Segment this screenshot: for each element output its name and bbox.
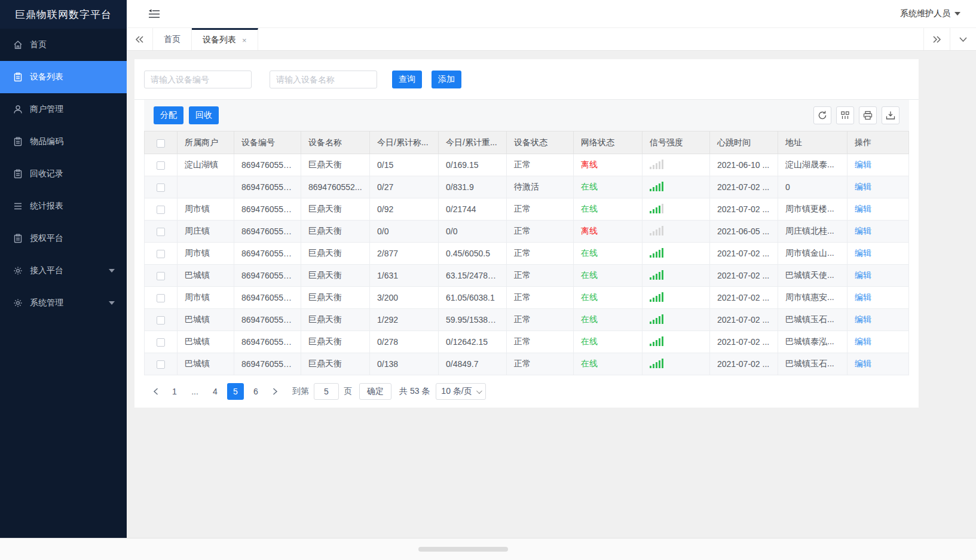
- row-select-cell: [145, 287, 178, 309]
- add-button[interactable]: 添加: [432, 71, 461, 88]
- row-checkbox[interactable]: [157, 294, 165, 302]
- cell-merchant: 巴城镇: [178, 265, 234, 287]
- user-icon: [13, 105, 23, 115]
- horizontal-scrollbar[interactable]: [0, 538, 976, 560]
- table-row: 淀山湖镇8694760552...巨鼎天衡0/150/169.15正常离线202…: [145, 154, 909, 176]
- cell-heartbeat: 2021-07-02 ...: [710, 287, 778, 309]
- row-checkbox[interactable]: [157, 228, 165, 236]
- page-number[interactable]: 6: [247, 383, 264, 400]
- cell-signal: [642, 243, 710, 265]
- edit-link[interactable]: 编辑: [855, 160, 871, 169]
- table-row: 巴城镇8694760552...巨鼎天衡1/63163.15/24785...正…: [145, 265, 909, 287]
- edit-link[interactable]: 编辑: [855, 204, 871, 213]
- export-icon[interactable]: [882, 106, 899, 124]
- page-number[interactable]: 4: [207, 383, 224, 400]
- row-checkbox[interactable]: [157, 338, 165, 347]
- cell-address: 周市镇更楼...: [778, 198, 848, 221]
- cell-merchant: 巴城镇: [178, 309, 234, 331]
- cell-device-name: 巨鼎天衡: [301, 331, 370, 353]
- signal-strength-icon: [650, 248, 665, 258]
- sidebar-item-4[interactable]: 回收记录: [0, 158, 127, 190]
- sidebar-item-3[interactable]: 物品编码: [0, 126, 127, 158]
- collapse-sidebar-icon[interactable]: [148, 9, 160, 19]
- sidebar-item-0[interactable]: 首页: [0, 29, 127, 61]
- user-menu[interactable]: 系统维护人员: [900, 8, 960, 19]
- edit-link[interactable]: 编辑: [855, 226, 871, 235]
- cell-address: 巴城镇泰泓...: [778, 331, 848, 353]
- row-checkbox[interactable]: [157, 161, 165, 170]
- assign-button[interactable]: 分配: [154, 106, 183, 124]
- cell-device-status: 正常: [507, 287, 574, 309]
- tab-home[interactable]: 首页: [153, 28, 192, 50]
- cell-today-count: 2/877: [370, 243, 439, 265]
- jump-page-input[interactable]: [314, 383, 339, 400]
- signal-strength-icon: [650, 292, 665, 302]
- cell-signal: [642, 287, 710, 309]
- row-checkbox[interactable]: [157, 272, 165, 280]
- page-size-select[interactable]: 10 条/页: [436, 383, 485, 400]
- edit-link[interactable]: 编辑: [855, 292, 871, 302]
- prev-page-icon[interactable]: [146, 383, 164, 400]
- gear-icon: [13, 298, 23, 308]
- table-row: 8694760552...8694760552...0/270/831.9待激活…: [145, 176, 909, 198]
- cell-device-code: 8694760552...: [234, 265, 301, 287]
- print-icon[interactable]: [859, 106, 877, 124]
- edit-link[interactable]: 编辑: [855, 336, 871, 346]
- device-no-input[interactable]: [144, 71, 252, 88]
- column-header: 地址: [778, 131, 848, 154]
- tabs-scroll-left-icon[interactable]: [127, 28, 153, 50]
- edit-link[interactable]: 编辑: [855, 182, 871, 191]
- row-checkbox[interactable]: [157, 183, 165, 192]
- page-number[interactable]: 5: [227, 383, 244, 400]
- cell-merchant: 周庄镇: [178, 221, 234, 243]
- cell-network-status: 在线: [574, 265, 642, 287]
- edit-link[interactable]: 编辑: [855, 359, 871, 368]
- confirm-button[interactable]: 确定: [359, 383, 391, 400]
- column-settings-icon[interactable]: [836, 106, 854, 124]
- close-icon[interactable]: ×: [242, 36, 247, 44]
- table-body: 淀山湖镇8694760552...巨鼎天衡0/150/169.15正常离线202…: [145, 154, 909, 375]
- cell-today-weight: 0.45/6050.5: [439, 243, 507, 265]
- sidebar-item-2[interactable]: 商户管理: [0, 93, 127, 126]
- sidebar-item-8[interactable]: 系统管理: [0, 287, 127, 319]
- next-page-icon[interactable]: [266, 383, 284, 400]
- edit-link[interactable]: 编辑: [855, 270, 871, 280]
- cell-device-name: 巨鼎天衡: [301, 309, 370, 331]
- row-checkbox[interactable]: [157, 206, 165, 214]
- cell-device-name: 巨鼎天衡: [301, 287, 370, 309]
- sidebar-item-7[interactable]: 接入平台: [0, 255, 127, 287]
- cell-today-count: 0/138: [370, 353, 439, 375]
- cell-signal: [642, 221, 710, 243]
- page-number[interactable]: 1: [166, 383, 183, 400]
- refresh-icon[interactable]: [813, 106, 831, 124]
- sidebar-item-6[interactable]: 授权平台: [0, 222, 127, 255]
- total-count: 共 53 条: [399, 386, 430, 397]
- sidebar-item-5[interactable]: 统计报表: [0, 190, 127, 222]
- tab-device-list[interactable]: 设备列表 ×: [192, 28, 258, 50]
- list-icon: [13, 72, 23, 82]
- select-all-checkbox[interactable]: [157, 139, 165, 148]
- content-area: 查询 添加 分配 回收: [127, 51, 976, 538]
- sidebar-item-label: 设备列表: [30, 72, 63, 82]
- sidebar-item-1[interactable]: 设备列表: [0, 61, 127, 93]
- device-name-input[interactable]: [270, 71, 377, 88]
- list-icon: [13, 137, 23, 147]
- row-checkbox[interactable]: [157, 316, 165, 325]
- edit-link[interactable]: 编辑: [855, 314, 871, 324]
- row-checkbox[interactable]: [157, 250, 165, 258]
- edit-link[interactable]: 编辑: [855, 248, 871, 258]
- cell-device-status: 正常: [507, 353, 574, 375]
- cell-today-count: 0/27: [370, 176, 439, 198]
- scrollbar-thumb[interactable]: [418, 547, 508, 552]
- signal-strength-icon: [650, 270, 665, 280]
- cell-today-weight: 0/169.15: [439, 154, 507, 176]
- sidebar-item-label: 商户管理: [30, 104, 63, 115]
- recycle-button[interactable]: 回收: [189, 106, 219, 124]
- cell-actions: 编辑: [848, 287, 909, 309]
- row-checkbox[interactable]: [157, 360, 165, 369]
- search-button[interactable]: 查询: [392, 71, 422, 88]
- tabs-scroll-right-icon[interactable]: [923, 28, 950, 50]
- tab-actions-dropdown-icon[interactable]: [950, 28, 976, 50]
- cell-device-code: 8694760552...: [234, 221, 301, 243]
- cell-signal: [642, 265, 710, 287]
